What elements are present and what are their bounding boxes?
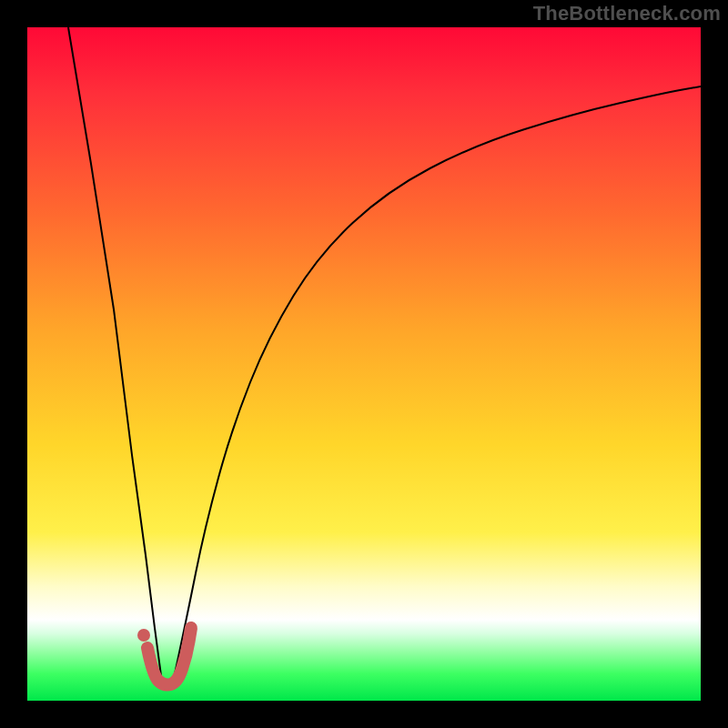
- curve-right-branch: [173, 86, 701, 682]
- plot-area: [27, 27, 701, 701]
- chart-frame: TheBottleneck.com: [0, 0, 728, 728]
- curve-layer: [27, 27, 701, 701]
- marker-dot: [137, 629, 150, 642]
- watermark-text: TheBottleneck.com: [533, 2, 721, 25]
- marker-hook: [147, 628, 191, 685]
- curve-left-branch: [68, 27, 162, 682]
